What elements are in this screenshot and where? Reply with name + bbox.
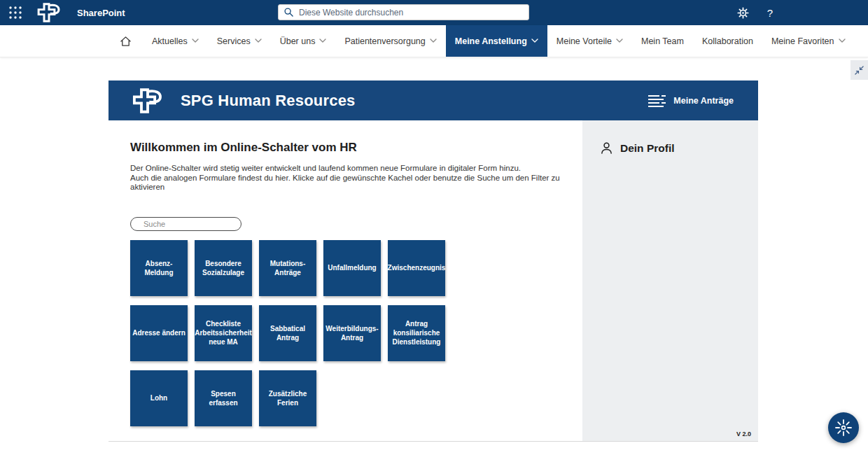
suite-bar: SharePoint ? <box>0 0 868 25</box>
settings-gear-icon[interactable] <box>731 0 755 25</box>
chevron-down-icon <box>255 38 262 43</box>
site-navigation: AktuellesServicesÜber unsPatientenversor… <box>0 25 868 57</box>
profile-sidebar: Dein Profil V 2.0 <box>582 120 758 441</box>
form-tile-3[interactable]: Unfallmeldung <box>323 240 381 296</box>
chevron-down-icon <box>839 38 846 43</box>
chevron-down-icon <box>319 38 326 43</box>
form-tile-1[interactable]: Besondere Sozialzulage <box>195 240 252 296</box>
nav-item-0[interactable]: Aktuelles <box>143 25 208 57</box>
meine-antraege-button[interactable]: Meine Anträge <box>648 94 734 108</box>
search-icon <box>284 8 293 17</box>
chevron-down-icon <box>192 38 199 43</box>
spg-banner-logo-icon <box>132 88 164 113</box>
form-tiles-grid: Absenz-MeldungBesondere SozialzulageMuta… <box>130 240 582 426</box>
nav-item-4[interactable]: Meine Anstellung <box>446 25 547 57</box>
spg-logo-icon[interactable] <box>36 3 62 22</box>
help-icon[interactable]: ? <box>758 0 782 25</box>
form-tile-11[interactable]: Spesen erfassen <box>195 370 252 426</box>
home-icon[interactable] <box>117 33 134 50</box>
form-tile-0[interactable]: Absenz-Meldung <box>130 240 188 296</box>
tile-filter-search[interactable] <box>130 217 241 231</box>
chevron-down-icon <box>616 38 623 43</box>
nav-item-label: Mein Team <box>641 36 684 46</box>
nav-item-label: Services <box>217 36 251 46</box>
intro-text: Der Online-Schalter wird stetig weiter e… <box>130 164 561 192</box>
site-search-box[interactable] <box>278 4 529 20</box>
person-icon <box>600 141 613 155</box>
form-tile-9[interactable]: Antrag konsiliarische Dienstleistung <box>388 305 445 361</box>
nav-item-6[interactable]: Mein Team <box>632 25 693 57</box>
nav-item-2[interactable]: Über uns <box>271 25 336 57</box>
profile-header: Dein Profil <box>600 141 758 155</box>
nav-item-8[interactable]: Meine Favoriten <box>762 25 855 57</box>
nav-items: AktuellesServicesÜber unsPatientenversor… <box>143 25 855 57</box>
collapse-button[interactable] <box>850 60 868 80</box>
nav-item-7[interactable]: Kollaboration <box>693 25 762 57</box>
nav-item-label: Über uns <box>280 36 316 46</box>
app-launcher-icon[interactable] <box>7 4 24 21</box>
form-tile-8[interactable]: Weiterbildungs- Antrag <box>323 305 381 361</box>
meine-antraege-label: Meine Anträge <box>673 96 734 106</box>
assistant-fab-button[interactable] <box>828 412 859 443</box>
form-tile-10[interactable]: Lohn <box>130 370 188 426</box>
banner-title: SPG Human Resources <box>181 92 356 110</box>
portal-body: Willkommen im Online-Schalter vom HR Der… <box>108 120 758 442</box>
hr-banner: SPG Human Resources Meine Anträge <box>108 80 758 120</box>
profile-title: Dein Profil <box>620 142 675 155</box>
tile-filter-input[interactable] <box>144 220 243 228</box>
nav-item-label: Patientenversorgung <box>344 36 425 46</box>
sharepoint-hr-page: SharePoint ? <box>0 0 868 476</box>
site-search-input[interactable] <box>299 8 523 18</box>
nav-item-5[interactable]: Meine Vorteile <box>547 25 632 57</box>
list-icon <box>648 94 666 108</box>
nav-item-label: Kollaboration <box>702 36 753 46</box>
nav-item-1[interactable]: Services <box>208 25 271 57</box>
nav-item-label: Meine Anstellung <box>455 36 527 46</box>
nav-item-label: Meine Vorteile <box>556 36 612 46</box>
form-tile-4[interactable]: Zwischenzeugnis <box>388 240 445 296</box>
chevron-down-icon <box>531 38 538 43</box>
form-tile-12[interactable]: Zusätzliche Ferien <box>259 370 316 426</box>
online-schalter: Willkommen im Online-Schalter vom HR Der… <box>108 120 582 441</box>
form-tile-6[interactable]: Checkliste Arbeitssicherheit neue MA <box>195 305 252 361</box>
nav-item-3[interactable]: Patientenversorgung <box>335 25 445 57</box>
sunburst-icon <box>834 419 853 437</box>
app-name[interactable]: SharePoint <box>77 8 125 18</box>
collapse-arrows-icon <box>855 66 864 75</box>
version-label: V 2.0 <box>736 430 751 438</box>
nav-item-label: Aktuelles <box>152 36 188 46</box>
hr-portal: SPG Human Resources Meine Anträge Willko… <box>108 80 758 442</box>
form-tile-2[interactable]: Mutations- Anträge <box>259 240 316 296</box>
form-tile-7[interactable]: Sabbatical Antrag <box>259 305 316 361</box>
waffle-grid-icon <box>9 6 22 19</box>
welcome-heading: Willkommen im Online-Schalter vom HR <box>130 141 582 155</box>
chevron-down-icon <box>430 38 437 43</box>
form-tile-5[interactable]: Adresse ändern <box>130 305 188 361</box>
nav-item-label: Meine Favoriten <box>771 36 834 46</box>
